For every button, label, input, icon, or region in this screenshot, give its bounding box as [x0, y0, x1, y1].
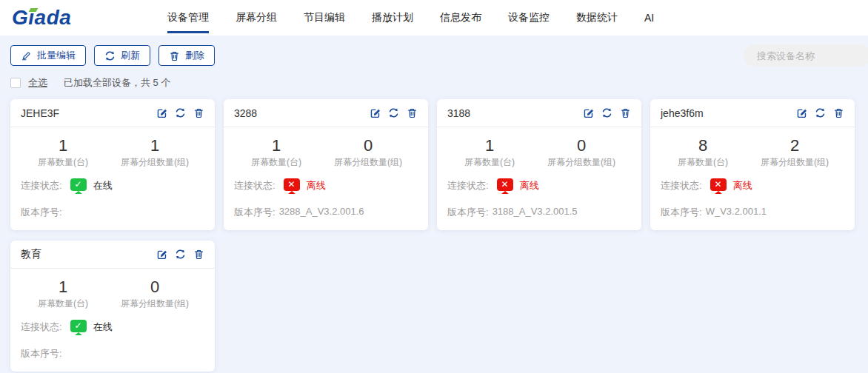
version-row: 版本序号:: [21, 206, 204, 219]
version-label: 版本序号:: [21, 206, 62, 219]
device-card: 3188 1 屏幕数量(台) 0 屏幕分组数量(组): [437, 99, 641, 230]
refresh-label: 刷新: [121, 49, 140, 62]
delete-device-icon[interactable]: [193, 107, 204, 118]
status-text: 离线: [520, 179, 539, 192]
screen-count-label: 屏幕数量(台): [21, 298, 105, 310]
connection-status-row: 连接状态: 在线: [21, 318, 204, 336]
card-body: 8 屏幕数量(台) 2 屏幕分组数量(组) 连接状态: 离线 版本序号: W_V…: [650, 127, 855, 219]
refresh-device-icon[interactable]: [388, 107, 399, 118]
card-header: 3288: [224, 99, 428, 127]
group-count-label: 屏幕分组数量(组): [105, 156, 204, 169]
refresh-device-icon[interactable]: [175, 107, 186, 118]
screen-count-label: 屏幕数量(台): [661, 156, 745, 169]
edit-device-icon[interactable]: [583, 107, 594, 118]
version-value: W_V3.2.001.1: [706, 206, 767, 219]
status-glyph: [501, 180, 509, 189]
device-stats: 1 屏幕数量(台) 1 屏幕分组数量(组): [21, 136, 204, 169]
refresh-device-icon[interactable]: [815, 107, 826, 118]
tab-data-statistics[interactable]: 数据统计: [576, 0, 618, 36]
monitor-x-icon: [710, 178, 727, 191]
tab-play-schedule[interactable]: 播放计划: [372, 0, 413, 36]
monitor-check-icon: [70, 178, 87, 191]
search-input[interactable]: [744, 44, 868, 67]
version-label: 版本序号:: [661, 206, 702, 219]
version-row: 版本序号: 3188_A_V3.2.001.5: [447, 206, 631, 219]
refresh-device-icon[interactable]: [175, 249, 186, 260]
device-name: JEHE3F: [21, 107, 59, 119]
edit-device-icon[interactable]: [156, 249, 167, 260]
delete-device-icon[interactable]: [620, 107, 631, 118]
brand-logo: Giada: [12, 7, 99, 28]
edit-device-icon[interactable]: [370, 107, 381, 118]
card-actions: [156, 107, 204, 118]
device-name: jehe3f6m: [661, 107, 704, 119]
device-name: 3288: [234, 107, 257, 119]
card-actions: [796, 107, 844, 118]
connection-status-label: 连接状态:: [447, 179, 489, 192]
monitor-x-icon: [497, 178, 513, 191]
screen-count-value: 1: [447, 136, 532, 155]
card-header: jehe3f6m: [650, 99, 855, 127]
select-all-label[interactable]: 全选: [28, 76, 47, 90]
edit-device-icon[interactable]: [796, 107, 807, 118]
tab-ai[interactable]: AI: [644, 0, 654, 36]
version-row: 版本序号: W_V3.2.001.1: [661, 206, 844, 219]
version-value: 3188_A_V3.2.001.5: [493, 206, 578, 219]
card-body: 1 屏幕数量(台) 1 屏幕分组数量(组) 连接状态: 在线 版本序号:: [10, 127, 215, 219]
pen-icon: [21, 50, 32, 61]
device-name: 教育: [21, 248, 41, 261]
delete-button[interactable]: 删除: [158, 45, 215, 66]
status-glyph: [75, 321, 82, 330]
loaded-devices-status: 已加载全部设备，共 5 个: [64, 76, 170, 90]
delete-device-icon[interactable]: [193, 249, 204, 260]
status-glyph: [288, 180, 296, 189]
device-card: 3288 1 屏幕数量(台) 0 屏幕分组数量(组): [224, 99, 428, 230]
card-header: 教育: [10, 241, 215, 269]
device-card: 教育 1 屏幕数量(台) 0 屏幕分组数量(组): [10, 241, 215, 372]
select-all-checkbox[interactable]: [10, 78, 21, 88]
tab-device-management[interactable]: 设备管理: [167, 0, 209, 36]
monitor-check-icon: [70, 320, 87, 332]
screen-count-value: 8: [661, 136, 745, 155]
connection-status-row: 连接状态: 离线: [234, 177, 418, 195]
connection-status-label: 连接状态:: [234, 179, 276, 192]
device-card: JEHE3F 1 屏幕数量(台) 1 屏幕分组数量(组): [10, 99, 215, 230]
status-glyph: [75, 180, 82, 189]
toolbar: 批量编辑 刷新 删除: [10, 44, 858, 67]
connection-status-label: 连接状态:: [661, 179, 702, 192]
delete-device-icon[interactable]: [407, 107, 418, 118]
device-card-grid: JEHE3F 1 屏幕数量(台) 1 屏幕分组数量(组): [10, 99, 858, 372]
batch-edit-button[interactable]: 批量编辑: [10, 45, 86, 66]
screen-count-label: 屏幕数量(台): [447, 156, 532, 169]
brand-logo-text: Giada: [12, 6, 71, 29]
group-count-value: 0: [105, 278, 204, 297]
connection-status-row: 连接状态: 离线: [447, 177, 631, 195]
card-body: 1 屏幕数量(台) 0 屏幕分组数量(组) 连接状态: 在线 版本序号:: [10, 269, 215, 360]
refresh-device-icon[interactable]: [601, 107, 612, 118]
connection-status-label: 连接状态:: [21, 320, 62, 334]
tab-screen-groups[interactable]: 屏幕分组: [236, 0, 277, 36]
tab-info-publish[interactable]: 信息发布: [440, 0, 481, 36]
status-text: 在线: [93, 320, 113, 334]
group-count-value: 1: [105, 136, 204, 155]
device-stats: 8 屏幕数量(台) 2 屏幕分组数量(组): [661, 136, 844, 169]
refresh-button[interactable]: 刷新: [94, 45, 150, 66]
delete-label: 删除: [185, 49, 204, 62]
version-label: 版本序号:: [447, 206, 489, 219]
edit-device-icon[interactable]: [156, 107, 167, 118]
status-text: 离线: [307, 179, 326, 192]
card-body: 1 屏幕数量(台) 0 屏幕分组数量(组) 连接状态: 离线 版本序号: 318…: [437, 127, 641, 219]
top-header: Giada 设备管理 屏幕分组 节目编辑 播放计划 信息发布 设备监控 数据统计…: [0, 0, 868, 36]
group-count-value: 2: [745, 136, 844, 155]
delete-device-icon[interactable]: [833, 107, 844, 118]
card-header: 3188: [437, 99, 641, 127]
selection-bar: 全选 已加载全部设备，共 5 个: [10, 76, 858, 90]
version-label: 版本序号:: [21, 347, 62, 360]
tab-device-monitor[interactable]: 设备监控: [508, 0, 550, 36]
tab-program-editing[interactable]: 节目编辑: [304, 0, 345, 36]
card-body: 1 屏幕数量(台) 0 屏幕分组数量(组) 连接状态: 离线 版本序号: 328…: [224, 127, 428, 219]
screen-count-label: 屏幕数量(台): [234, 156, 318, 169]
group-count-value: 0: [532, 136, 631, 155]
group-count-label: 屏幕分组数量(组): [532, 156, 631, 169]
group-count-value: 0: [318, 136, 418, 155]
